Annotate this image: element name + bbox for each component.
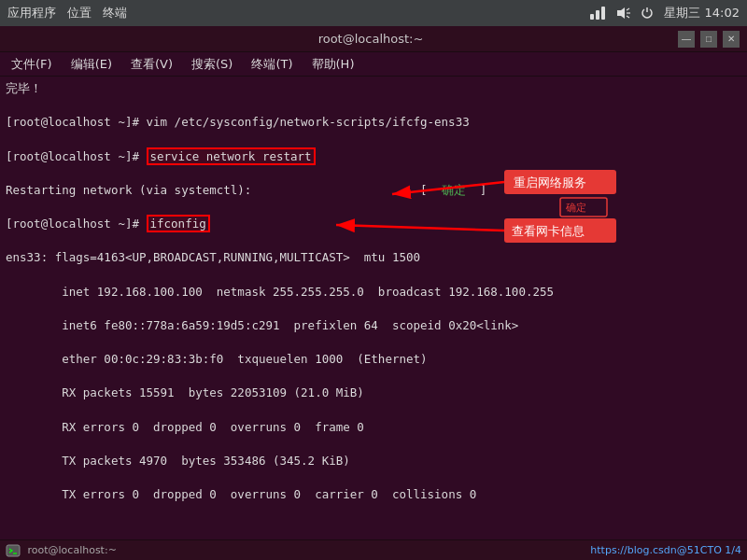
window-title: root@localhost:~ [63,32,678,46]
terminal-window: root@localhost:~ — □ ✕ 文件(F) 编辑(E) 查看(V)… [0,26,747,560]
terminal-status-icon [6,543,21,558]
status-right: https://blog.csdn@51CTO 1/4 [590,544,741,556]
svg-line-4 [627,8,629,10]
line-ens33-flags: ens33: flags=4163<UP,BROADCAST,RUNNING,M… [6,249,741,266]
menu-search[interactable]: 搜索(S) [184,54,240,75]
line-done: 完毕！ [6,80,741,97]
line-ifconfig-cmd: [root@localhost ~]# ifconfig [6,216,741,232]
menu-help[interactable]: 帮助(H) [304,54,362,75]
datetime: 星期三 14:02 [664,5,740,21]
network-icon [589,6,606,21]
position-menu[interactable]: 位置 [67,5,92,21]
line-network-restart: [root@localhost ~]# service network rest… [6,148,741,165]
menu-terminal[interactable]: 终端(T) [244,54,300,75]
status-terminal-label: root@localhost:~ [28,544,117,556]
power-icon[interactable] [640,6,655,21]
line-ens33-tx: TX packets 4970 bytes 353486 (345.2 KiB) [6,453,741,469]
window-controls: — □ ✕ [678,31,740,48]
menu-file[interactable]: 文件(F) [4,54,60,75]
svg-rect-2 [601,7,605,20]
menu-view[interactable]: 查看(V) [123,54,180,75]
line-ens33-inet: inet 192.168.100.100 netmask 255.255.255… [6,284,741,301]
line-ens33-rxerr: RX errors 0 dropped 0 overruns 0 frame 0 [6,419,741,436]
terminal-content[interactable]: 完毕！ [root@localhost ~]# vim /etc/sysconf… [0,77,747,539]
menu-edit[interactable]: 编辑(E) [63,54,120,75]
terminal-output: 完毕！ [root@localhost ~]# vim /etc/sysconf… [6,80,741,539]
svg-line-6 [627,16,629,18]
svg-rect-0 [590,14,594,20]
line-ens33-inet6: inet6 fe80::778a:6a59:19d5:c291 prefixle… [6,317,741,334]
line-ens33-rx: RX packets 15591 bytes 22053109 (21.0 Mi… [6,385,741,401]
volume-icon [615,6,630,21]
maximize-button[interactable]: □ [700,31,717,48]
minimize-button[interactable]: — [678,31,695,48]
line-blank1 [6,520,741,537]
terminal-menu[interactable]: 终端 [103,5,127,21]
close-button[interactable]: ✕ [723,31,740,48]
system-bar: 应用程序 位置 终端 星期三 14:02 [0,0,747,26]
system-bar-left: 应用程序 位置 终端 [7,5,127,21]
line-ens33-txerr: TX errors 0 dropped 0 overruns 0 carrier… [6,486,741,503]
svg-rect-1 [596,10,599,20]
app-menu[interactable]: 应用程序 [7,5,56,21]
status-bar: root@localhost:~ https://blog.csdn@51CTO… [0,539,747,560]
system-bar-right: 星期三 14:02 [589,5,740,21]
status-left: root@localhost:~ [6,543,117,558]
menu-bar: 文件(F) 编辑(E) 查看(V) 搜索(S) 终端(T) 帮助(H) [0,52,747,77]
line-vim: [root@localhost ~]# vim /etc/sysconfig/n… [6,114,741,131]
line-ens33-ether: ether 00:0c:29:83:3b:f0 txqueuelen 1000 … [6,351,741,368]
title-bar: root@localhost:~ — □ ✕ [0,26,747,52]
line-restarting: Restarting network (via systemctl): [ 确定… [6,182,741,199]
svg-marker-3 [617,7,625,19]
